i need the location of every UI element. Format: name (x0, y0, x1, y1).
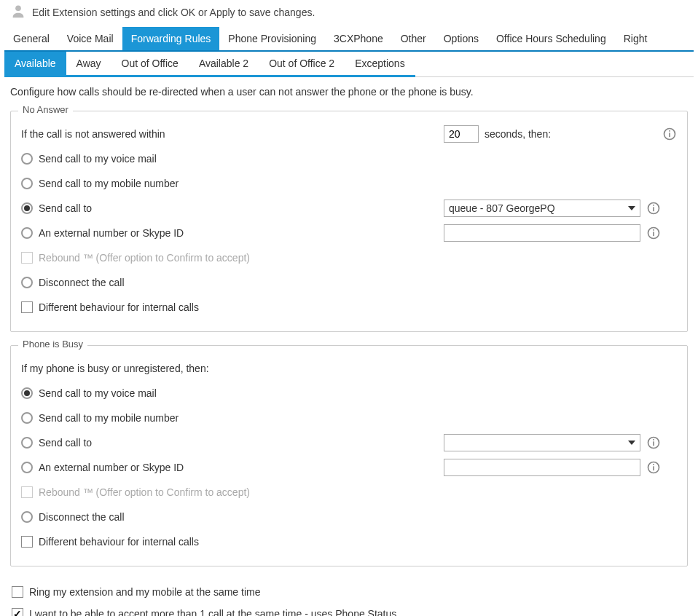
sub-tab-out-of-office-2[interactable]: Out of Office 2 (259, 52, 345, 77)
input-busy-external[interactable] (444, 459, 640, 476)
checkbox-ring-both[interactable] (12, 586, 23, 598)
checkbox-busy-rebound (21, 486, 33, 498)
select-busy-sendto[interactable] (444, 434, 640, 451)
main-tab-bar: General Voice Mail Forwarding Rules Phon… (4, 27, 694, 52)
svg-rect-15 (653, 464, 654, 465)
label-na-mobile: Send call to my mobile number (39, 178, 179, 189)
sub-tab-away[interactable]: Away (66, 52, 111, 77)
label-na-voicemail: Send call to my voice mail (39, 153, 157, 165)
sub-tab-available-2[interactable]: Available 2 (189, 52, 259, 77)
label-na-external: An external number or Skype ID (39, 227, 184, 239)
label-busy-mobile: Send call to my mobile number (39, 412, 179, 424)
checkbox-na-diff-internal[interactable] (21, 301, 33, 313)
legend-busy: Phone is Busy (18, 339, 87, 350)
radio-busy-external[interactable] (21, 462, 33, 473)
content-area: Configure how calls should be re-directe… (0, 77, 698, 616)
info-icon[interactable] (646, 435, 661, 450)
sub-tab-available[interactable]: Available (4, 52, 66, 77)
radio-na-external[interactable] (21, 227, 33, 239)
main-tab-general[interactable]: General (4, 27, 58, 50)
intro-text: Configure how calls should be re-directe… (10, 86, 688, 98)
info-icon[interactable] (646, 226, 661, 240)
label-busy-rebound: Rebound ™ (Offer option to Confirm to ac… (39, 486, 250, 498)
chevron-down-icon (628, 441, 635, 445)
main-tab-office-hours[interactable]: Office Hours Scheduling (487, 27, 615, 50)
checkbox-busy-diff-internal[interactable] (21, 536, 33, 548)
svg-rect-2 (669, 133, 670, 137)
group-busy: Phone is Busy If my phone is busy or unr… (10, 345, 688, 566)
no-answer-prompt-post: seconds, then: (485, 128, 551, 140)
svg-rect-6 (653, 205, 654, 206)
no-answer-prompt-pre: If the call is not answered within (21, 128, 165, 140)
select-na-sendto-value: queue - 807 GeorgePQ (449, 202, 555, 214)
input-na-external[interactable] (444, 224, 640, 242)
no-answer-seconds-input[interactable] (444, 125, 479, 143)
label-busy-external: An external number or Skype ID (39, 462, 184, 473)
chevron-down-icon (628, 206, 635, 210)
label-na-disconnect: Disconnect the call (39, 277, 125, 288)
checkbox-multi-call[interactable] (12, 608, 23, 616)
main-tab-forwarding-rules[interactable]: Forwarding Rules (122, 27, 220, 50)
label-na-diff-internal: Different behaviour for internal calls (39, 301, 199, 313)
svg-point-0 (15, 5, 21, 11)
select-na-sendto[interactable]: queue - 807 GeorgePQ (444, 200, 640, 217)
radio-na-voicemail[interactable] (21, 153, 33, 165)
label-na-sendto: Send call to (39, 202, 92, 214)
sub-tab-exceptions[interactable]: Exceptions (345, 52, 415, 77)
radio-busy-mobile[interactable] (21, 412, 33, 424)
user-icon (10, 3, 26, 21)
checkbox-na-rebound (21, 252, 33, 264)
radio-busy-voicemail[interactable] (21, 387, 33, 399)
svg-rect-5 (653, 207, 654, 211)
svg-rect-9 (653, 229, 654, 231)
info-icon[interactable] (662, 127, 677, 141)
radio-busy-disconnect[interactable] (21, 511, 33, 523)
svg-rect-12 (653, 439, 654, 441)
info-icon[interactable] (646, 460, 661, 475)
main-tab-voicemail[interactable]: Voice Mail (58, 27, 122, 50)
bottom-options: Ring my extension and my mobile at the s… (10, 580, 688, 616)
main-tab-options[interactable]: Options (435, 27, 487, 50)
label-busy-disconnect: Disconnect the call (39, 511, 125, 523)
label-busy-voicemail: Send call to my voice mail (39, 387, 157, 399)
radio-busy-sendto[interactable] (21, 437, 33, 449)
main-tab-other[interactable]: Other (392, 27, 435, 50)
legend-no-answer: No Answer (18, 104, 73, 115)
label-multi-call: I want to be able to accept more than 1 … (29, 608, 396, 616)
busy-prompt: If my phone is busy or unregistered, the… (21, 363, 209, 374)
radio-na-disconnect[interactable] (21, 277, 33, 288)
main-tab-phone-provisioning[interactable]: Phone Provisioning (219, 27, 325, 50)
label-na-rebound: Rebound ™ (Offer option to Confirm to ac… (39, 252, 250, 264)
radio-na-mobile[interactable] (21, 178, 33, 189)
group-no-answer: No Answer If the call is not answered wi… (10, 111, 688, 332)
sub-tab-out-of-office[interactable]: Out of Office (111, 52, 189, 77)
svg-rect-3 (669, 130, 670, 132)
svg-rect-8 (653, 232, 654, 236)
page-title: Edit Extension settings and click OK or … (32, 7, 315, 18)
svg-rect-11 (653, 441, 654, 446)
main-tab-right[interactable]: Right (615, 27, 656, 50)
page-header: Edit Extension settings and click OK or … (0, 0, 698, 27)
label-ring-both: Ring my extension and my mobile at the s… (29, 586, 260, 598)
label-busy-diff-internal: Different behaviour for internal calls (39, 536, 199, 548)
radio-na-sendto[interactable] (21, 202, 33, 214)
info-icon[interactable] (646, 201, 661, 216)
label-busy-sendto: Send call to (39, 437, 92, 449)
main-tab-3cxphone[interactable]: 3CXPhone (325, 27, 392, 50)
sub-tab-bar: Available Away Out of Office Available 2… (4, 52, 694, 77)
svg-rect-14 (653, 466, 654, 470)
